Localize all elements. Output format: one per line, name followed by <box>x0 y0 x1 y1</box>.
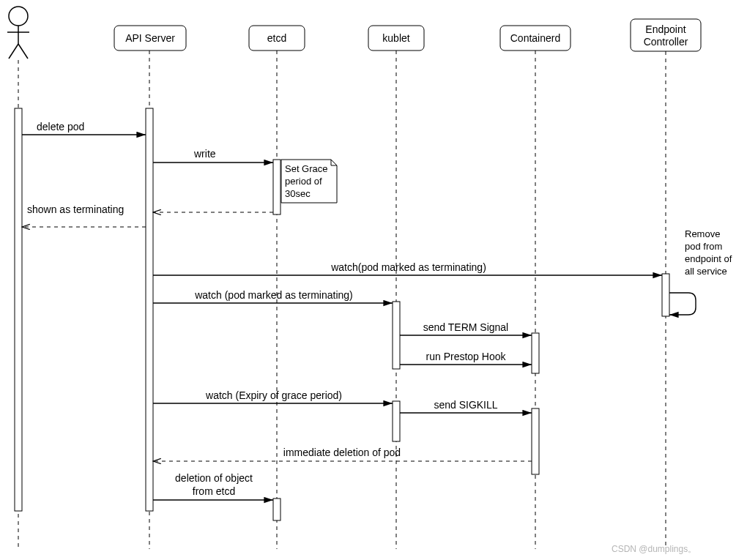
participant-box: Containerd <box>500 26 571 51</box>
label-endpoint-l1: Endpoint <box>645 23 685 35</box>
label-containerd: Containerd <box>510 32 561 44</box>
msg-prestop: run Prestop Hook <box>426 351 507 362</box>
msg-sigkill: send SIGKILL <box>434 399 497 411</box>
activation-kublet-2 <box>393 401 400 441</box>
msg-del-etcd-l2: from etcd <box>193 485 235 497</box>
sequence-diagram: API Server etcd kublet Containerd Endpoi… <box>0 0 747 560</box>
participant-box: etcd <box>249 26 305 51</box>
svg-point-0 <box>9 7 28 26</box>
activation-containerd-1 <box>532 333 539 373</box>
activation-api <box>146 108 153 511</box>
svg-text:Set Grace: Set Grace <box>285 163 328 174</box>
svg-text:all service: all service <box>685 266 727 277</box>
svg-line-3 <box>9 44 18 59</box>
activation-etcd-2 <box>273 499 280 520</box>
actor-user <box>7 7 29 59</box>
note-grace-period: Set Grace period of 30sec <box>281 160 337 203</box>
label-api: API Server <box>125 32 175 44</box>
msg-watch-kublet: watch (pod marked as terminating) <box>194 289 353 301</box>
activation-endpoint <box>662 274 669 316</box>
watermark: CSDN @dumplings。 <box>612 543 696 556</box>
label-endpoint-l2: Controller <box>644 36 688 48</box>
svg-text:pod from: pod from <box>685 241 722 252</box>
msg-delete-pod: delete pod <box>37 121 84 132</box>
participant-box: Endpoint Controller <box>631 19 701 51</box>
activation-etcd-1 <box>273 160 280 214</box>
msg-term-signal: send TERM Signal <box>423 321 508 333</box>
svg-text:30sec: 30sec <box>285 188 311 199</box>
self-loop <box>669 293 696 315</box>
participant-box: API Server <box>114 26 186 51</box>
msg-watch-expiry: watch (Expiry of grace period) <box>205 389 342 401</box>
msg-del-etcd-l1: deletion of object <box>175 472 253 484</box>
svg-text:Remove: Remove <box>685 228 720 239</box>
svg-text:endpoint of: endpoint of <box>685 253 732 264</box>
participant-box: kublet <box>368 26 424 51</box>
msg-immediate: immediate deletion of pod <box>283 447 401 458</box>
msg-write: write <box>193 148 216 160</box>
svg-text:period of: period of <box>285 176 322 187</box>
label-etcd: etcd <box>267 32 286 44</box>
activation-kublet-1 <box>393 302 400 369</box>
msg-terminating: shown as terminating <box>27 204 124 215</box>
activation-user <box>15 108 22 511</box>
activation-containerd-2 <box>532 408 539 474</box>
msg-watch-ep: watch(pod marked as terminating) <box>330 261 486 273</box>
label-kublet: kublet <box>382 32 409 44</box>
note-remove-pod: Remove pod from endpoint of all service <box>685 228 732 277</box>
svg-line-4 <box>18 44 28 59</box>
